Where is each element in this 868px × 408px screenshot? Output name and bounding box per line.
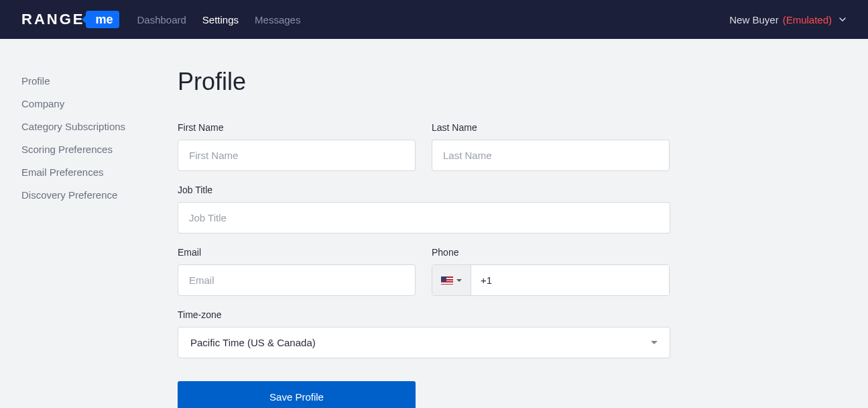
last-name-group: Last Name xyxy=(432,122,670,171)
primary-nav: Dashboard Settings Messages xyxy=(137,14,300,26)
first-name-label: First Name xyxy=(178,122,416,133)
top-header: RANGE me Dashboard Settings Messages New… xyxy=(0,0,868,39)
last-name-label: Last Name xyxy=(432,122,670,133)
main-panel: Profile First Name Last Name Job Title E… xyxy=(178,70,670,408)
user-status: (Emulated) xyxy=(783,14,832,26)
settings-sidebar: Profile Company Category Subscriptions S… xyxy=(21,70,178,408)
nav-messages[interactable]: Messages xyxy=(255,14,300,26)
email-label: Email xyxy=(178,247,416,258)
phone-country-button[interactable] xyxy=(432,265,471,295)
user-menu[interactable]: New Buyer (Emulated) xyxy=(729,14,847,26)
nav-dashboard[interactable]: Dashboard xyxy=(137,14,186,26)
sidebar-item-profile[interactable]: Profile xyxy=(21,70,178,93)
nav-settings[interactable]: Settings xyxy=(202,14,239,26)
sidebar-item-category-subscriptions[interactable]: Category Subscriptions xyxy=(21,115,178,138)
email-input[interactable] xyxy=(178,264,416,296)
page-title: Profile xyxy=(178,70,670,94)
phone-input[interactable] xyxy=(471,265,669,295)
job-title-group: Job Title xyxy=(178,185,670,234)
save-profile-button[interactable]: Save Profile xyxy=(178,381,416,408)
us-flag-icon xyxy=(441,276,453,285)
job-title-input[interactable] xyxy=(178,202,670,234)
user-name: New Buyer xyxy=(729,14,778,26)
sidebar-item-discovery-preference[interactable]: Discovery Preference xyxy=(21,184,178,207)
sidebar-item-scoring-preferences[interactable]: Scoring Preferences xyxy=(21,138,178,161)
logo-text-me: me xyxy=(86,11,119,28)
phone-input-wrapper xyxy=(432,264,670,296)
email-group: Email xyxy=(178,247,416,296)
timezone-select[interactable]: Pacific Time (US & Canada) xyxy=(178,327,670,358)
caret-down-icon xyxy=(456,279,462,282)
sidebar-item-company[interactable]: Company xyxy=(21,93,178,115)
timezone-value: Pacific Time (US & Canada) xyxy=(190,337,651,348)
sidebar-item-email-preferences[interactable]: Email Preferences xyxy=(21,161,178,184)
caret-down-icon xyxy=(651,341,658,344)
logo-text-range: RANGE xyxy=(21,12,84,27)
logo[interactable]: RANGE me xyxy=(21,11,119,28)
timezone-label: Time-zone xyxy=(178,309,670,320)
content-area: Profile Company Category Subscriptions S… xyxy=(0,39,868,408)
job-title-label: Job Title xyxy=(178,185,670,195)
first-name-group: First Name xyxy=(178,122,416,171)
last-name-input[interactable] xyxy=(432,140,670,171)
timezone-group: Time-zone Pacific Time (US & Canada) xyxy=(178,309,670,358)
chevron-down-icon xyxy=(839,15,847,23)
phone-label: Phone xyxy=(432,247,670,258)
phone-group: Phone xyxy=(432,247,670,296)
first-name-input[interactable] xyxy=(178,140,416,171)
